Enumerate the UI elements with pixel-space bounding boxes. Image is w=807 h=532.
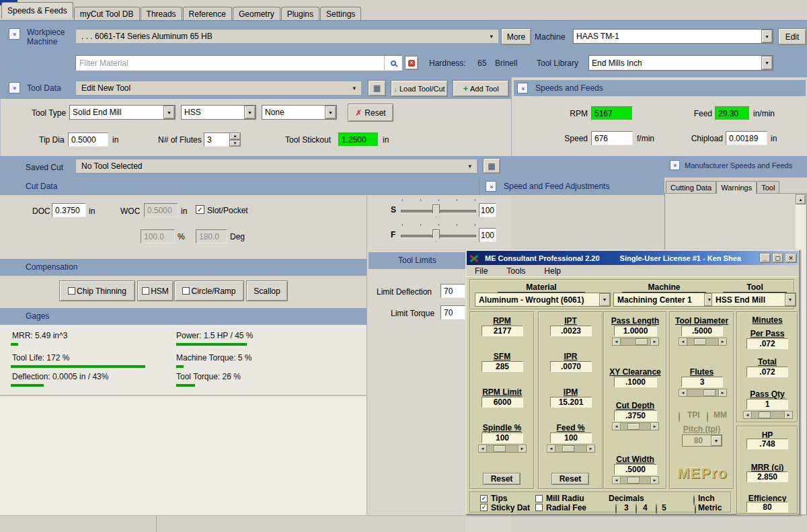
decimals-4-radio[interactable] [636,504,637,515]
scroll-left-icon[interactable]: ◄ [612,476,621,484]
scrollbar-thumb[interactable] [694,338,706,345]
scroll-right-icon[interactable]: ► [650,476,659,484]
scroll-left-icon[interactable]: ◄ [679,338,687,346]
scroll-left-icon[interactable]: ◄ [547,445,555,453]
me-machine-dropdown[interactable]: Machining Center 1 ▼ [613,293,716,307]
tab-warnings[interactable]: Warnings [716,181,757,194]
menu-tools[interactable]: Tools [506,266,525,276]
dropdown-arrow-icon[interactable]: ▼ [163,106,175,119]
chip-thinning-button[interactable]: Chip Thinning [59,280,135,301]
dropdown-arrow-icon[interactable]: ▼ [711,435,722,446]
me-pass-length-field[interactable]: 1.0000 [614,326,657,336]
tool-library-dropdown[interactable]: End Mills Inch ▼ [588,55,773,71]
me-ipt-field[interactable]: .0023 [550,326,592,336]
me-cut-width-scrollbar[interactable]: ◄► [612,476,659,484]
scroll-right-icon[interactable]: ► [718,338,727,346]
load-tool-cut-button[interactable]: ↓ Load Tool/Cut [391,80,448,97]
scroll-left-icon[interactable]: ◄ [612,422,621,430]
me-cut-width-field[interactable]: .5000 [614,464,657,475]
scroll-right-icon[interactable]: ► [650,338,659,346]
me-speed-reset-button[interactable]: Reset [483,473,521,485]
me-hp-field[interactable]: .748 [746,439,788,449]
radial-feed-checkbox[interactable] [535,504,543,511]
hsm-checkbox[interactable] [142,287,149,295]
me-pass-qty-field[interactable]: 1 [746,399,788,410]
woc-field[interactable]: 0.5000 [144,203,178,217]
me-pitch-dropdown[interactable]: 80 ▼ [682,434,722,447]
tips-checkbox[interactable]: ✓ [480,495,488,502]
search-button[interactable] [384,56,401,70]
rpm-field[interactable]: 5167 [591,106,633,120]
more-button[interactable]: More [501,28,531,45]
tool-info-button[interactable]: ▦ [368,80,386,96]
tool-selector-dropdown[interactable]: Edit New Tool ▾ [75,81,362,96]
collapse-adjustments-button[interactable]: » [486,181,496,192]
me-feed-reset-button[interactable]: Reset [551,473,589,485]
engagement-field[interactable]: 100.0 [141,229,175,243]
me-ipm-field[interactable]: 15.201 [550,397,592,408]
doc-field[interactable]: 0.3750 [52,203,86,217]
circle-ramp-button[interactable]: Circle/Ramp [174,280,244,301]
dropdown-arrow-icon[interactable]: ▼ [761,30,773,43]
filter-material-input[interactable] [79,59,384,68]
me-cut-depth-field[interactable]: .3750 [614,410,657,421]
maximize-button[interactable]: ▢ [772,253,783,263]
material-dropdown[interactable]: . . . 6061-T4 Series Aluminum 65 HB ▾ [75,29,499,44]
scallop-button[interactable]: Scallop [246,280,288,301]
f-slider-thumb[interactable] [432,229,440,242]
collapse-manufacturer-button[interactable]: » [670,160,680,170]
tab-geometry[interactable]: Geometry [233,7,280,20]
tab-reference[interactable]: Reference [183,7,232,20]
clear-filter-button[interactable]: ✕ [405,56,418,70]
scroll-left-icon[interactable]: ◄ [679,389,687,397]
dropdown-arrow-icon[interactable]: ▼ [785,293,796,306]
chevron-down-icon[interactable]: ▾ [352,85,356,91]
collapse-workpiece-button[interactable]: » [9,28,20,40]
tab-plugins[interactable]: Plugins [281,7,319,20]
scrollbar-thumb[interactable] [627,423,640,430]
add-tool-button[interactable]: + Add Tool [453,80,509,97]
limit-torque-field[interactable]: 70 [440,305,465,319]
scrollbar-thumb[interactable] [627,477,640,484]
me-xy-clearance-field[interactable]: .1000 [614,377,657,387]
menu-help[interactable]: Help [544,266,561,276]
tip-dia-field[interactable]: 0.5000 [68,132,108,147]
tool-type-dropdown[interactable]: Solid End Mill ▼ [69,105,176,120]
me-pass-qty-scrollbar[interactable]: ◄► [743,411,793,419]
chipload-field[interactable]: 0.00189 [726,131,767,145]
scroll-up-icon[interactable]: ▲ [796,194,806,204]
scroll-right-icon[interactable]: ► [518,445,527,453]
sticky-data-checkbox[interactable]: ✓ [480,504,488,511]
close-button[interactable]: ✕ [785,253,797,263]
me-total-field[interactable]: .072 [746,367,788,377]
scroll-left-icon[interactable]: ◄ [612,338,621,346]
menu-file[interactable]: File [475,266,488,276]
metric-radio[interactable] [695,504,696,515]
me-feed-pct-field[interactable]: 100 [550,432,592,443]
tab-settings[interactable]: Settings [320,7,361,20]
me-rpm-field[interactable]: 2177 [482,326,523,336]
tab-mycut-tool-db[interactable]: myCut Tool DB [74,7,140,20]
s-slider-thumb[interactable] [432,204,440,217]
chevron-down-icon[interactable]: ▾ [490,33,493,40]
tab-threads[interactable]: Threads [141,7,182,20]
scroll-left-icon[interactable]: ◄ [478,445,487,453]
collapse-speeds-feeds-button[interactable]: » [517,83,528,93]
chip-thinning-checkbox[interactable] [68,287,75,295]
spinner-down-icon[interactable]: ▼ [229,140,241,147]
tool-coating-dropdown[interactable]: None ▼ [262,105,337,120]
me-material-dropdown[interactable]: Aluminum - Wrought (6061) ▼ [475,293,611,307]
me-per-pass-field[interactable]: .072 [746,338,788,349]
slot-pocket-checkbox[interactable]: ✓ [196,205,204,214]
me-efficiency-field[interactable]: 80 [746,502,788,512]
feed-field[interactable]: 29.30 [715,106,750,120]
scrollbar-thumb[interactable] [562,445,574,452]
me-feed-scrollbar[interactable]: ◄► [547,445,595,453]
saved-cut-detail-button[interactable]: ▦ [483,158,500,174]
flutes-field[interactable]: 3 [204,132,229,147]
me-pass-length-scrollbar[interactable]: ◄► [612,338,659,346]
dropdown-arrow-icon[interactable]: ▼ [761,56,773,70]
me-spindle-scrollbar[interactable]: ◄► [478,445,527,453]
reset-tool-button[interactable]: ✗ Reset [348,104,393,122]
mm-radio[interactable] [707,412,708,422]
